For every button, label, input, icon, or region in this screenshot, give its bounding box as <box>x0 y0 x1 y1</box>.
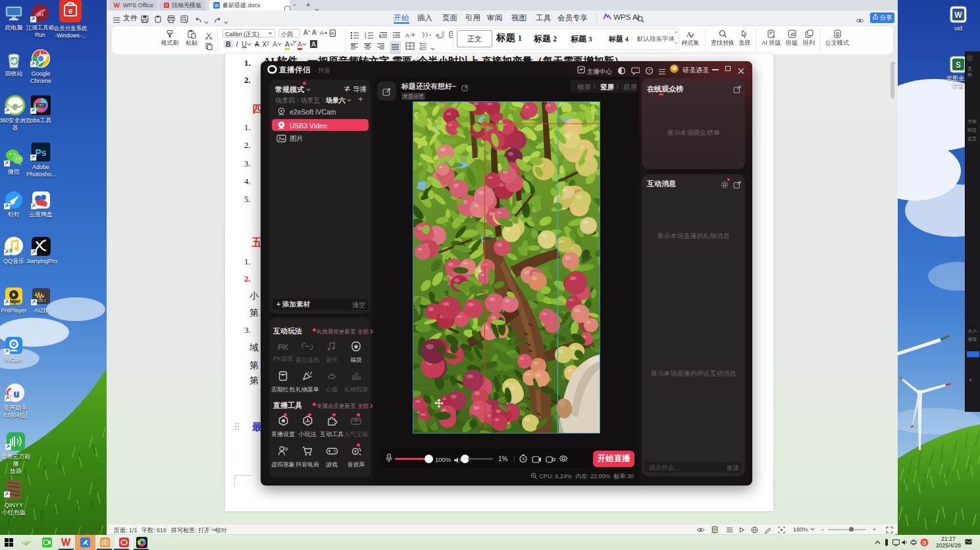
svg-text:D: D <box>165 3 168 7</box>
svg-text:W: W <box>215 3 219 8</box>
svg-text:JH: JH <box>37 12 43 18</box>
svg-text:AIZB 3: AIZB 3 <box>36 299 46 303</box>
svg-text:Ps: Ps <box>35 147 46 158</box>
svg-text:S: S <box>956 61 961 70</box>
svg-text:S: S <box>922 539 926 546</box>
svg-text:e: e <box>13 99 18 112</box>
svg-text:W: W <box>954 11 962 20</box>
svg-text:?: ? <box>648 68 650 74</box>
svg-text:u: u <box>14 388 20 399</box>
svg-text:OBS: OBS <box>38 103 45 107</box>
svg-text:e: e <box>68 7 73 16</box>
svg-text:e: e <box>24 538 28 547</box>
